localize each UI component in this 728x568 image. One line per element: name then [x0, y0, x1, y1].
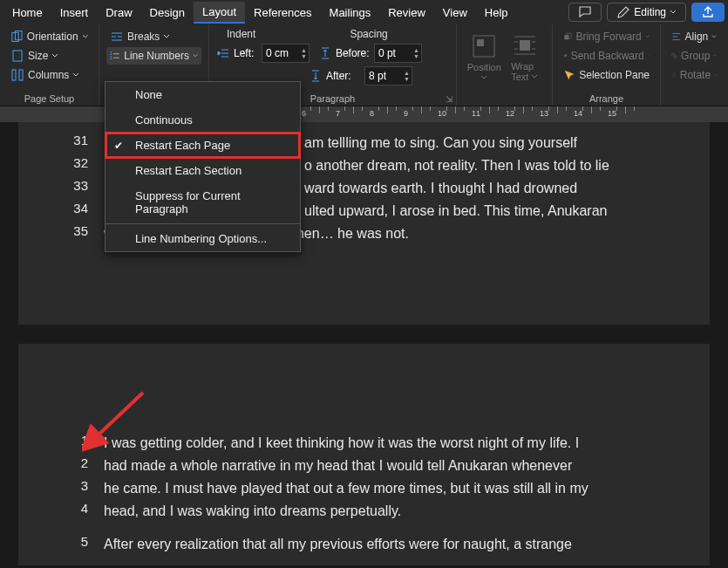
indent-header: Indent: [227, 28, 255, 40]
page-size-icon: [10, 49, 24, 63]
line-numbers-option[interactable]: None: [105, 82, 300, 107]
chevron-down-icon: [645, 33, 650, 40]
svg-rect-8: [477, 39, 484, 46]
columns-dropdown[interactable]: Columns: [7, 66, 92, 84]
line-number: 4: [71, 501, 104, 516]
chevron-down-icon: [163, 33, 170, 40]
menu-references[interactable]: References: [245, 3, 320, 23]
menu-review[interactable]: Review: [379, 3, 434, 23]
spacing-after-input[interactable]: [365, 70, 402, 82]
before-label: Before:: [336, 47, 371, 59]
line-numbers-option[interactable]: Continuous: [105, 107, 300, 133]
chevron-down-icon: [711, 33, 717, 40]
group-label-page-setup: Page Setup: [0, 93, 99, 104]
svg-rect-15: [675, 56, 677, 58]
chevron-down-icon: [193, 52, 198, 59]
doc-line[interactable]: 5After every realization that all my pre…: [71, 534, 657, 555]
ribbon-group-arrange-mid: Bring Forward Send Backward Selection Pa…: [553, 24, 661, 106]
spacing-before-spinner[interactable]: ▲▼: [374, 44, 422, 63]
after-label: After:: [326, 70, 361, 82]
line-number: 2: [71, 455, 104, 470]
selection-pane-icon: [563, 68, 575, 82]
paragraph-launcher[interactable]: ⇲: [446, 94, 452, 104]
breaks-icon: [110, 30, 124, 44]
editing-mode-button[interactable]: Editing: [607, 3, 686, 22]
doc-line[interactable]: 4head, and I was waking into dreams perp…: [71, 501, 657, 522]
line-text[interactable]: he came. I must have played that out a f…: [104, 478, 657, 499]
send-backward-icon: [563, 49, 568, 63]
line-text[interactable]: had made a whole narrative in my head th…: [104, 455, 657, 476]
pencil-icon: [616, 5, 630, 19]
chevron-down-icon: [72, 72, 79, 79]
spacing-after-icon: [309, 69, 323, 83]
menu-layout[interactable]: Layout: [194, 2, 245, 24]
spacing-before-icon: [318, 46, 332, 60]
svg-text:2: 2: [110, 56, 112, 60]
line-number: 33: [71, 178, 104, 193]
line-numbers-dropdown[interactable]: 12 Line Numbers: [106, 47, 201, 65]
line-numbers-icon: 12: [110, 49, 120, 63]
position-button: Position: [464, 28, 505, 86]
bring-forward-icon: [563, 30, 572, 44]
menu-insert[interactable]: Insert: [51, 3, 98, 23]
wrap-text-icon: [511, 31, 539, 59]
svg-rect-4: [19, 70, 23, 80]
line-number: 34: [71, 201, 104, 216]
send-backward-button: Send Backward: [560, 47, 653, 65]
line-numbers-option[interactable]: Restart Each Section: [105, 158, 300, 183]
menu-draw[interactable]: Draw: [97, 3, 140, 23]
svg-rect-14: [672, 53, 675, 56]
editing-label: Editing: [634, 6, 666, 18]
doc-line[interactable]: 3he came. I must have played that out a …: [71, 478, 657, 499]
line-number: 1: [71, 433, 104, 448]
doc-line[interactable]: 1I was getting colder, and I keet thinki…: [71, 433, 657, 454]
breaks-dropdown[interactable]: Breaks: [106, 28, 201, 45]
comments-button[interactable]: [568, 3, 602, 22]
chevron-down-icon: [713, 52, 717, 59]
chevron-down-icon: [51, 52, 58, 59]
line-text[interactable]: After every realization that all my prev…: [104, 534, 657, 555]
align-dropdown[interactable]: Align: [668, 28, 720, 45]
indent-left-spinner[interactable]: ▲▼: [262, 44, 310, 63]
line-number: 3: [71, 478, 104, 493]
line-numbers-option[interactable]: Restart Each Page: [105, 133, 300, 158]
line-numbers-menu: NoneContinuousRestart Each PageRestart E…: [105, 81, 301, 252]
left-label: Left:: [234, 47, 258, 59]
chevron-down-icon: [480, 74, 487, 81]
chevron-down-icon: [531, 73, 538, 80]
line-number: 5: [71, 534, 104, 549]
line-text[interactable]: head, and I was waking into dreams perpe…: [104, 501, 657, 522]
selection-pane-button[interactable]: Selection Pane: [560, 66, 653, 84]
spacing-header: Spacing: [350, 28, 387, 40]
rotate-icon: [671, 68, 677, 82]
columns-icon: [10, 68, 24, 82]
svg-rect-2: [13, 51, 22, 61]
chevron-down-icon: [714, 72, 717, 79]
menu-mailings[interactable]: Mailings: [321, 3, 380, 23]
spacing-after-spinner[interactable]: ▲▼: [364, 66, 412, 86]
menu-home[interactable]: Home: [3, 3, 51, 23]
doc-line[interactable]: 2had made a whole narrative in my head t…: [71, 455, 657, 476]
size-dropdown[interactable]: Size: [7, 47, 92, 65]
menu-view[interactable]: View: [434, 3, 476, 23]
indent-left-input[interactable]: [262, 47, 299, 59]
share-button[interactable]: [691, 3, 725, 22]
line-number: 32: [71, 155, 104, 170]
line-number: 35: [71, 223, 104, 238]
chevron-down-icon: [670, 9, 677, 16]
menubar: Home Insert Draw Design Layout Reference…: [0, 0, 728, 24]
group-icon: [671, 49, 677, 63]
line-numbers-option[interactable]: Suppress for Current Paragraph: [105, 183, 300, 222]
chevron-down-icon: [648, 52, 650, 59]
orientation-dropdown[interactable]: Orientation: [7, 28, 92, 45]
spacing-before-input[interactable]: [375, 47, 412, 59]
share-icon: [701, 5, 715, 19]
menu-help[interactable]: Help: [476, 3, 517, 23]
ribbon-group-page-setup-left: Orientation Size Columns Page Setup: [0, 24, 99, 106]
line-text[interactable]: I was getting colder, and I keet thinkin…: [104, 433, 657, 454]
chevron-down-icon: [82, 33, 88, 40]
ribbon-group-object: Position WrapText: [457, 24, 553, 106]
svg-rect-3: [12, 70, 16, 80]
menu-design[interactable]: Design: [141, 3, 194, 23]
line-numbering-options[interactable]: Line Numbering Options...: [105, 226, 300, 251]
